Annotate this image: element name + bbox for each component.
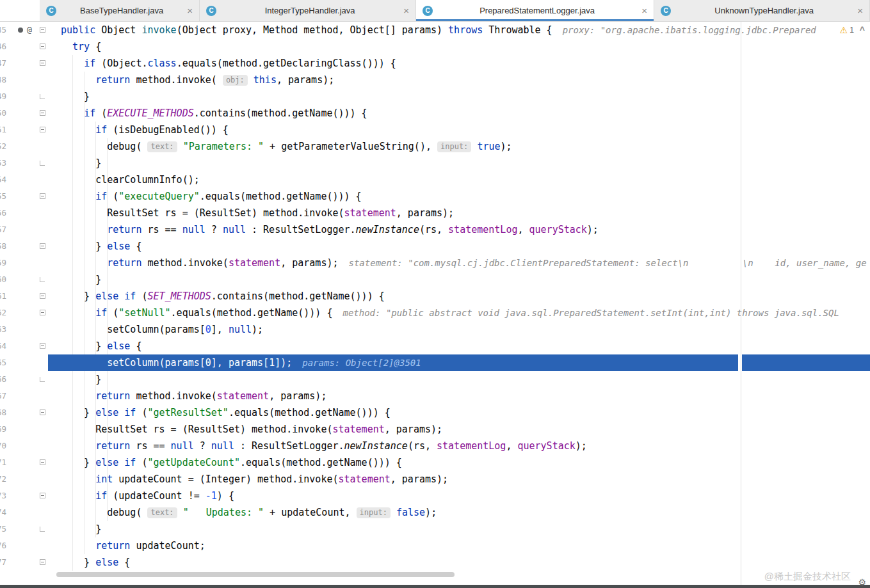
code-text[interactable]: return rs == null ? null : ResultSetLogg… — [48, 438, 870, 454]
line-number[interactable]: 73 — [0, 488, 6, 504]
code-text[interactable]: clearColumnInfo(); — [48, 171, 870, 188]
code-text[interactable]: debug( text: " Updates: " + updateCount,… — [48, 504, 870, 521]
chevron-up-icon[interactable]: ^ — [860, 25, 865, 35]
fold-collapse-icon[interactable] — [40, 459, 45, 465]
code-text[interactable]: if (isDebugEnabled()) { — [48, 122, 870, 138]
fold-end-icon[interactable] — [40, 527, 45, 532]
code-text[interactable]: } — [48, 88, 870, 105]
code-line[interactable]: 71 } else if ("getUpdateCount".equals(me… — [0, 454, 870, 471]
line-number[interactable]: 59 — [0, 255, 6, 271]
code-line[interactable]: 69 ResultSet rs = (ResultSet) method.inv… — [0, 421, 870, 438]
line-number[interactable]: 49 — [0, 88, 6, 105]
fold-collapse-icon[interactable] — [40, 493, 45, 498]
fold-collapse-icon[interactable] — [40, 44, 45, 49]
code-text[interactable]: setColumn(params[0], params[1]);params: … — [48, 354, 870, 371]
line-number[interactable]: 62 — [0, 305, 6, 321]
code-text[interactable]: ResultSet rs = (ResultSet) method.invoke… — [48, 421, 870, 438]
line-number[interactable]: 63 — [0, 321, 6, 338]
editor-tab[interactable]: CIntegerTypeHandler.java× — [200, 0, 416, 21]
editor-tab[interactable]: CPreparedStatementLogger.java× — [416, 0, 654, 21]
line-number[interactable]: 46 — [0, 38, 6, 55]
line-number[interactable]: 61 — [0, 288, 6, 305]
code-line[interactable]: 53 } — [0, 155, 870, 171]
fold-end-icon[interactable] — [40, 377, 45, 382]
code-line[interactable]: 76 return updateCount; — [0, 537, 870, 554]
fold-collapse-icon[interactable] — [40, 243, 45, 249]
code-line[interactable]: 73 if (updateCount != -1) { — [0, 488, 870, 504]
code-line[interactable]: 67 return method.invoke(statement, param… — [0, 388, 870, 404]
code-text[interactable]: try { — [48, 38, 870, 55]
code-line[interactable]: 57 return rs == null ? null : ResultSetL… — [0, 221, 870, 238]
code-text[interactable]: if (Object.class.equals(method.getDeclar… — [48, 55, 870, 72]
code-line[interactable]: 63 setColumn(params[0], null); — [0, 321, 870, 338]
code-line[interactable]: 47 if (Object.class.equals(method.getDec… — [0, 55, 870, 72]
code-text[interactable]: return method.invoke(statement, params); — [48, 388, 870, 404]
code-line[interactable]: 59 return method.invoke(statement, param… — [0, 255, 870, 271]
line-number[interactable]: 47 — [0, 55, 6, 72]
code-text[interactable]: } else { — [48, 238, 870, 255]
line-number[interactable]: 68 — [0, 404, 6, 421]
line-number[interactable]: 72 — [0, 471, 6, 488]
fold-collapse-icon[interactable] — [40, 60, 45, 66]
line-number[interactable]: 48 — [0, 72, 6, 88]
code-text[interactable]: } else { — [48, 338, 870, 354]
code-text[interactable]: return updateCount; — [48, 537, 870, 554]
editor-tab[interactable]: CUnknownTypeHandler.java× — [654, 0, 870, 21]
code-text[interactable]: if (updateCount != -1) { — [48, 488, 870, 504]
code-text[interactable]: public Object invoke(Object proxy, Metho… — [48, 22, 870, 38]
code-text[interactable]: return rs == null ? null : ResultSetLogg… — [48, 221, 870, 238]
code-line[interactable]: 58 } else { — [0, 238, 870, 255]
line-number[interactable]: 76 — [0, 537, 6, 554]
breakpoint-dot-icon[interactable] — [18, 28, 23, 33]
line-number[interactable]: 54 — [0, 171, 6, 188]
code-line[interactable]: 68 } else if ("getResultSet".equals(meth… — [0, 404, 870, 421]
gear-icon[interactable]: ⚙ — [858, 577, 866, 587]
code-text[interactable]: setColumn(params[0], null); — [48, 321, 870, 338]
code-text[interactable]: } — [48, 155, 870, 171]
line-number[interactable]: 45 — [0, 22, 6, 38]
code-text[interactable]: int updateCount = (Integer) method.invok… — [48, 471, 870, 488]
line-number[interactable]: 67 — [0, 388, 6, 404]
code-line[interactable]: 56 ResultSet rs = (ResultSet) method.inv… — [0, 205, 870, 221]
line-number[interactable]: 64 — [0, 338, 6, 354]
code-text[interactable]: } else if ("getResultSet".equals(method.… — [48, 404, 870, 421]
editor-tab[interactable]: CBaseTypeHandler.java× — [40, 0, 200, 21]
close-icon[interactable]: × — [857, 5, 863, 16]
code-line[interactable]: 77 } else { — [0, 554, 870, 571]
fold-collapse-icon[interactable] — [40, 310, 45, 315]
code-line[interactable]: 55 if ("executeQuery".equals(method.getN… — [0, 188, 870, 205]
code-text[interactable]: debug( text: "Parameters: " + getParamet… — [48, 138, 870, 155]
code-line[interactable]: 50 if (EXECUTE_METHODS.contains(method.g… — [0, 105, 870, 122]
code-line[interactable]: 54 clearColumnInfo(); — [0, 171, 870, 188]
code-text[interactable]: if ("executeQuery".equals(method.getName… — [48, 188, 870, 205]
code-text[interactable]: } else if ("getUpdateCount".equals(metho… — [48, 454, 870, 471]
code-text[interactable]: } else if (SET_METHODS.contains(method.g… — [48, 288, 870, 305]
code-text[interactable]: } — [48, 521, 870, 537]
code-line[interactable]: 52 debug( text: "Parameters: " + getPara… — [0, 138, 870, 155]
code-text[interactable]: } — [48, 371, 870, 388]
line-number[interactable]: 74 — [0, 504, 6, 521]
code-line[interactable]: 48 return method.invoke( obj: this, para… — [0, 72, 870, 88]
fold-collapse-icon[interactable] — [40, 127, 45, 132]
code-text[interactable]: } else { — [48, 554, 870, 571]
fold-collapse-icon[interactable] — [40, 27, 45, 33]
inspections-widget[interactable]: ⚠ 1 ^ — [840, 25, 865, 35]
fold-collapse-icon[interactable] — [40, 193, 45, 199]
code-text[interactable]: return method.invoke(statement, params);… — [48, 255, 870, 271]
code-line[interactable]: 74 debug( text: " Updates: " + updateCou… — [0, 504, 870, 521]
code-text[interactable]: } — [48, 271, 870, 288]
line-number[interactable]: 53 — [0, 155, 6, 171]
code-line[interactable]: 70 return rs == null ? null : ResultSetL… — [0, 438, 870, 454]
code-line[interactable]: 49 } — [0, 88, 870, 105]
fold-collapse-icon[interactable] — [40, 293, 45, 299]
annotation-icon[interactable]: @ — [27, 22, 32, 38]
close-icon[interactable]: × — [187, 5, 193, 16]
line-number[interactable]: 65 — [0, 354, 6, 371]
fold-end-icon[interactable] — [40, 161, 45, 166]
close-icon[interactable]: × — [641, 5, 647, 16]
code-line[interactable]: 51 if (isDebugEnabled()) { — [0, 122, 870, 138]
horizontal-scrollbar[interactable] — [56, 572, 455, 577]
line-number[interactable]: 77 — [0, 554, 6, 571]
code-text[interactable]: return method.invoke( obj: this, params)… — [48, 72, 870, 88]
line-number[interactable]: 66 — [0, 371, 6, 388]
